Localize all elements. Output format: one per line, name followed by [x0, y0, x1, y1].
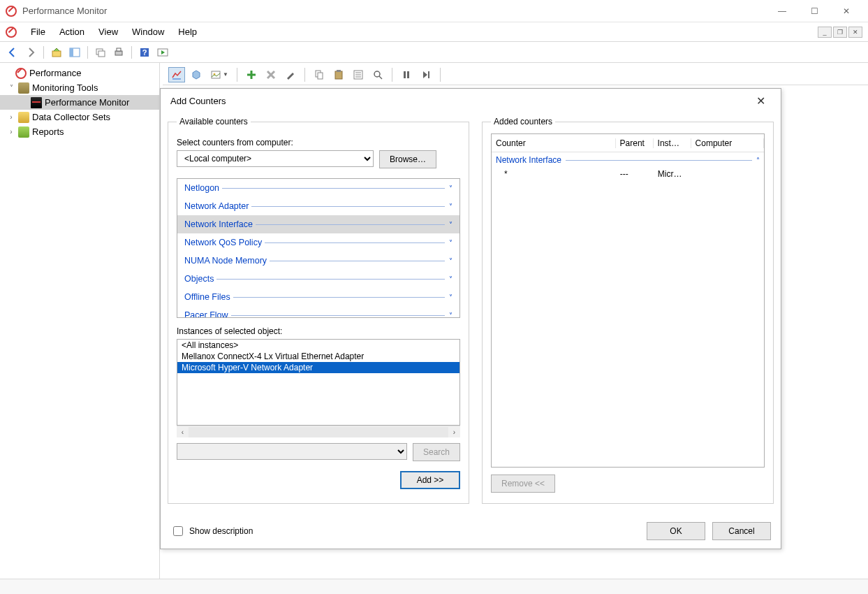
- svg-rect-13: [318, 73, 323, 79]
- search-button[interactable]: Search: [413, 443, 460, 461]
- col-header-parent[interactable]: Parent: [616, 138, 654, 148]
- back-icon[interactable]: [6, 45, 20, 59]
- tree-node-performance[interactable]: Performance: [0, 66, 159, 80]
- added-group-label: Network Interface: [496, 155, 561, 165]
- show-hide-tree-icon[interactable]: [68, 45, 82, 59]
- svg-rect-2: [70, 48, 73, 57]
- menu-view[interactable]: View: [91, 24, 125, 40]
- add-counters-dialog: Add Counters ✕ Available counters Select…: [160, 88, 781, 549]
- col-header-computer[interactable]: Computer: [691, 138, 764, 148]
- tree-label: Data Collector Sets: [32, 112, 110, 122]
- tree-label: Performance: [29, 68, 81, 78]
- show-description-input[interactable]: [173, 526, 183, 536]
- remove-button[interactable]: Remove <<: [491, 475, 555, 493]
- window-title: Performance Monitor: [22, 6, 766, 16]
- mmc-toolbar: ?: [0, 42, 868, 63]
- close-button[interactable]: ✕: [830, 0, 862, 22]
- folder-green-icon: [18, 126, 29, 138]
- add-counter-button[interactable]: [243, 67, 260, 82]
- select-computer-label: Select counters from computer:: [177, 138, 460, 147]
- menu-action[interactable]: Action: [52, 24, 91, 40]
- tree-node-reports[interactable]: › Reports: [0, 124, 159, 139]
- perfmon-toolbar: ▼: [163, 64, 868, 85]
- counter-category-item[interactable]: Network Adapter˅: [177, 197, 459, 215]
- delete-counter-button[interactable]: [263, 67, 279, 82]
- dialog-title: Add Counters: [170, 96, 226, 106]
- menu-file[interactable]: File: [24, 24, 52, 40]
- view-3d-button[interactable]: [188, 67, 205, 82]
- view-image-button[interactable]: ▼: [207, 67, 231, 82]
- view-chart-button[interactable]: [168, 67, 185, 82]
- collapse-icon[interactable]: ˄: [756, 157, 760, 164]
- browse-button[interactable]: Browse…: [379, 150, 436, 168]
- highlight-button[interactable]: [282, 67, 299, 82]
- app-icon-small: [6, 27, 17, 38]
- svg-rect-24: [428, 71, 429, 78]
- zoom-button[interactable]: [369, 67, 386, 82]
- menu-help[interactable]: Help: [171, 24, 204, 40]
- instance-item[interactable]: <All instances>: [177, 340, 459, 351]
- search-combo[interactable]: [177, 443, 407, 460]
- ok-button[interactable]: OK: [647, 522, 705, 540]
- counter-category-item[interactable]: NUMA Node Memory˅: [177, 252, 459, 270]
- show-description-checkbox[interactable]: Show description: [170, 524, 253, 538]
- added-counter-group[interactable]: Network Interface ˄: [492, 152, 764, 168]
- added-counters-table[interactable]: Counter Parent Inst… Computer Network In…: [491, 133, 765, 468]
- help-icon[interactable]: ?: [138, 45, 152, 59]
- copy-button[interactable]: [311, 67, 328, 82]
- menubar: File Action View Window Help _ ❐ ✕: [0, 22, 868, 42]
- counter-category-list[interactable]: Netlogon˅Network Adapter˅Network Interfa…: [177, 178, 460, 318]
- svg-rect-0: [52, 51, 61, 57]
- instances-label: Instances of selected object:: [177, 326, 460, 336]
- menu-window[interactable]: Window: [125, 24, 171, 40]
- mdi-restore-button[interactable]: ❐: [833, 27, 847, 38]
- added-counters-group: Added counters Counter Parent Inst… Comp…: [482, 117, 774, 504]
- step-button[interactable]: [418, 67, 434, 82]
- pause-button[interactable]: [398, 67, 415, 82]
- tree-node-performance-monitor[interactable]: Performance Monitor: [0, 95, 159, 110]
- properties-button[interactable]: [350, 67, 367, 82]
- col-header-counter[interactable]: Counter: [492, 138, 616, 148]
- svg-text:?: ?: [142, 48, 147, 57]
- counter-category-item[interactable]: Pacer Flow˅: [177, 306, 459, 318]
- instance-item[interactable]: Mellanox ConnectX-4 Lx Virtual Ethernet …: [177, 351, 459, 362]
- tree-label: Reports: [32, 126, 64, 137]
- maximize-button[interactable]: ☐: [798, 0, 830, 22]
- mdi-minimize-button[interactable]: _: [818, 27, 832, 38]
- svg-point-20: [374, 71, 380, 77]
- counter-category-item[interactable]: Network Interface˅: [177, 215, 459, 233]
- print-icon[interactable]: [112, 45, 126, 59]
- new-window-icon[interactable]: [94, 45, 108, 59]
- available-counters-group: Available counters Select counters from …: [168, 117, 469, 504]
- mdi-close-button[interactable]: ✕: [848, 27, 862, 38]
- up-icon[interactable]: [50, 45, 64, 59]
- dialog-close-button[interactable]: ✕: [751, 92, 771, 110]
- counter-category-item[interactable]: Objects˅: [177, 270, 459, 288]
- svg-line-21: [379, 76, 382, 79]
- col-header-instance[interactable]: Inst…: [654, 138, 691, 148]
- added-counter-row[interactable]: * --- Micr…: [492, 168, 764, 180]
- added-counters-legend: Added counters: [491, 117, 555, 126]
- svg-rect-5: [115, 51, 122, 55]
- instances-list[interactable]: <All instances>Mellanox ConnectX-4 Lx Vi…: [177, 339, 460, 426]
- counter-category-item[interactable]: Netlogon˅: [177, 179, 459, 197]
- counter-category-item[interactable]: Offline Files˅: [177, 288, 459, 306]
- instance-item[interactable]: Microsoft Hyper-V Network Adapter: [177, 362, 459, 373]
- forward-icon[interactable]: [24, 45, 38, 59]
- run-icon[interactable]: [156, 45, 170, 59]
- window-titlebar: Performance Monitor — ☐ ✕: [0, 0, 868, 22]
- tree-node-monitoring-tools[interactable]: ˅ Monitoring Tools: [0, 80, 159, 95]
- minimize-button[interactable]: —: [766, 0, 798, 22]
- add-button[interactable]: Add >>: [400, 471, 460, 489]
- svg-rect-4: [98, 51, 105, 57]
- performance-icon: [15, 68, 27, 79]
- instances-hscrollbar[interactable]: ‹›: [177, 426, 460, 437]
- cancel-button[interactable]: Cancel: [712, 522, 771, 540]
- svg-rect-6: [117, 48, 121, 51]
- paste-button[interactable]: [330, 67, 347, 82]
- work-pane: ▼ Add Counters ✕ Available c: [160, 63, 868, 579]
- tree-node-data-collector-sets[interactable]: › Data Collector Sets: [0, 110, 159, 124]
- folder-yellow-icon: [18, 112, 29, 123]
- computer-select[interactable]: <Local computer>: [177, 150, 374, 167]
- counter-category-item[interactable]: Network QoS Policy˅: [177, 233, 459, 252]
